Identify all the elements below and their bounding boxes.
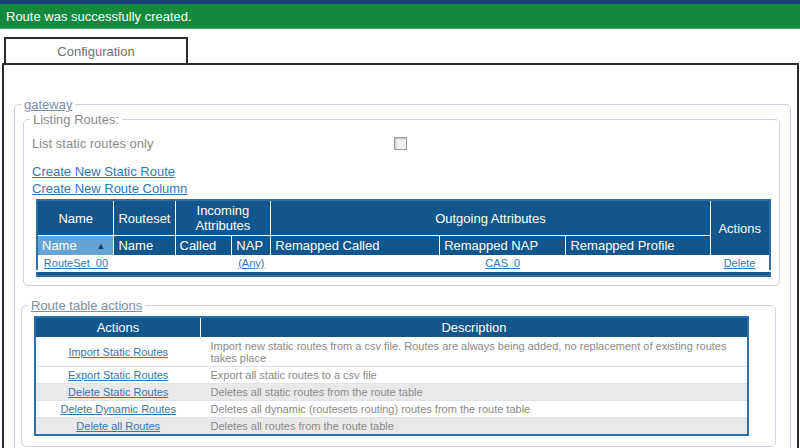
tab-strip: Configuration (4, 37, 800, 63)
action-description: Deletes all routes from the route table (200, 418, 748, 436)
route-routeset-cell (114, 256, 175, 272)
action-description: Deletes all dynamic (routesets routing) … (200, 401, 748, 418)
route-remapped-nap-cell: CAS_0 (440, 256, 566, 272)
list-static-routes-row: List static routes only (32, 136, 771, 151)
routes-table: Name Routeset Incoming Attributes Outgoi… (36, 199, 771, 277)
configuration-panel: gateway Listing Routes: List static rout… (2, 63, 799, 448)
import-static-routes-link[interactable]: Import Static Routes (68, 346, 168, 358)
route-nap-cell: (Any) (232, 256, 271, 272)
column-header-remapped-called[interactable]: Remapped Called (271, 236, 440, 256)
group-header-incoming-attributes: Incoming Attributes (175, 200, 271, 236)
tab-configuration-label: Configuration (57, 44, 134, 59)
gateway-fieldset: gateway Listing Routes: List static rout… (14, 97, 791, 448)
group-header-routeset: Routeset (114, 200, 175, 236)
route-table-actions-legend: Route table actions (28, 298, 145, 313)
action-row-export-static: Export Static Routes Export all static r… (35, 367, 748, 384)
action-row-delete-static: Delete Static Routes Deletes all static … (35, 384, 748, 401)
success-banner-message: Route was successfully created. (6, 9, 192, 24)
success-banner: Route was successfully created. (0, 4, 800, 29)
list-static-routes-checkbox[interactable] (394, 137, 407, 150)
action-cell: Import Static Routes (35, 338, 200, 367)
group-header-actions: Actions (710, 200, 770, 256)
listing-routes-fieldset: Listing Routes: List static routes only … (23, 112, 780, 286)
route-remapped-called-cell (271, 256, 440, 272)
route-nap-link[interactable]: (Any) (238, 257, 264, 269)
list-static-routes-label: List static routes only (32, 136, 394, 151)
action-row-import-static: Import Static Routes Import new static r… (35, 338, 748, 367)
create-new-route-column-link[interactable]: Create New Route Column (32, 181, 187, 196)
routes-table-bottom-bar (37, 271, 770, 276)
column-header-name-sorted[interactable]: Name ▲ (37, 236, 114, 256)
gateway-link[interactable]: gateway (24, 97, 72, 112)
action-cell: Delete Static Routes (35, 384, 200, 401)
delete-dynamic-routes-link[interactable]: Delete Dynamic Routes (60, 403, 176, 415)
column-header-nap[interactable]: NAP (232, 236, 271, 256)
sort-ascending-icon: ▲ (97, 241, 106, 251)
route-name-cell: RouteSet_00 (37, 256, 114, 272)
route-table-actions-link[interactable]: Route table actions (31, 298, 142, 313)
column-header-remapped-nap[interactable]: Remapped NAP (440, 236, 566, 256)
export-static-routes-link[interactable]: Export Static Routes (68, 369, 168, 381)
description-column-header: Description (200, 317, 748, 338)
action-description: Deletes all static routes from the route… (200, 384, 748, 401)
route-name-link[interactable]: RouteSet_00 (44, 257, 108, 269)
action-cell: Delete all Routes (35, 418, 200, 436)
action-description: Export all static routes to a csv file (200, 367, 748, 384)
action-cell: Export Static Routes (35, 367, 200, 384)
delete-all-routes-link[interactable]: Delete all Routes (76, 420, 160, 432)
delete-static-routes-link[interactable]: Delete Static Routes (68, 386, 168, 398)
routes-table-column-header-row: Name ▲ Name Called NAP Remapped Called R… (37, 236, 770, 256)
route-remapped-nap-link[interactable]: CAS_0 (485, 257, 520, 269)
route-row: RouteSet_00 (Any) CAS_0 Dele (37, 256, 770, 272)
create-links-block: Create New Static Route Create New Route… (32, 163, 771, 197)
listing-routes-legend: Listing Routes: (30, 112, 122, 127)
group-header-outgoing-attributes: Outgoing Attributes (271, 200, 710, 236)
group-header-name: Name (37, 200, 114, 236)
column-header-routeset-name[interactable]: Name (114, 236, 175, 256)
route-actions-table: Actions Description Import Static Routes… (34, 316, 749, 436)
route-delete-link[interactable]: Delete (724, 257, 756, 269)
create-new-static-route-link[interactable]: Create New Static Route (32, 164, 175, 179)
column-header-name-label: Name (42, 238, 77, 253)
route-actions-header-row: Actions Description (35, 317, 748, 338)
tab-configuration[interactable]: Configuration (4, 37, 188, 63)
action-row-delete-dynamic: Delete Dynamic Routes Deletes all dynami… (35, 401, 748, 418)
action-description: Import new static routes from a csv file… (200, 338, 748, 367)
action-cell: Delete Dynamic Routes (35, 401, 200, 418)
route-remapped-profile-cell (566, 256, 710, 272)
gateway-legend: gateway (21, 97, 75, 112)
column-header-called[interactable]: Called (175, 236, 232, 256)
routes-table-group-header-row: Name Routeset Incoming Attributes Outgoi… (37, 200, 770, 236)
action-row-delete-all: Delete all Routes Deletes all routes fro… (35, 418, 748, 436)
column-header-remapped-profile[interactable]: Remapped Profile (566, 236, 710, 256)
route-table-actions-fieldset: Route table actions Actions Description … (21, 298, 776, 447)
actions-column-header: Actions (35, 317, 200, 338)
route-actions-cell: Delete (710, 256, 770, 272)
route-called-cell (175, 256, 232, 272)
